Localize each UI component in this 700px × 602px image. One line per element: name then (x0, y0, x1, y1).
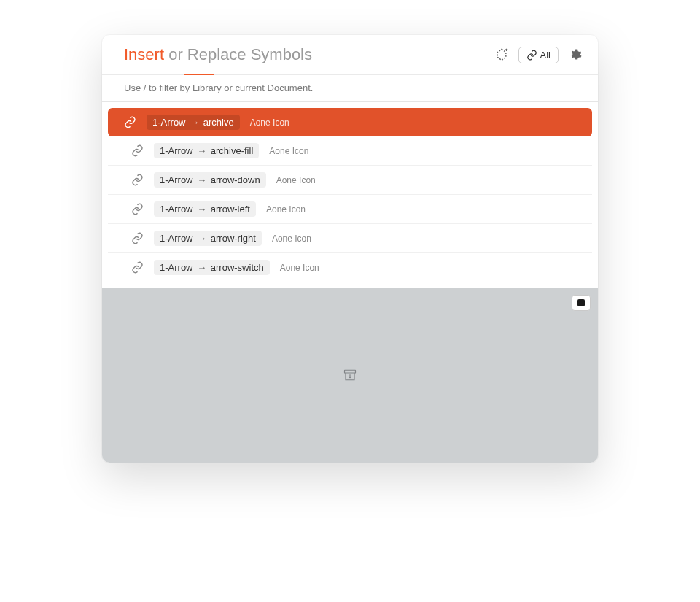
link-icon (131, 232, 144, 244)
symbol-name: 1-Arrow → arrow-switch (154, 260, 270, 275)
symbol-name: 1-Arrow → arrow-down (154, 172, 266, 188)
link-icon (131, 144, 144, 157)
square-icon (578, 299, 585, 306)
library-name: Aone Icon (276, 175, 316, 185)
preview-area (102, 288, 598, 463)
symbol-name: 1-Arrow → archive-fill (154, 143, 259, 158)
list-item[interactable]: 1-Arrow → archiveAone Icon (108, 108, 592, 136)
page-title: Insert or Replace Symbols (124, 45, 312, 64)
create-symbol-icon (494, 47, 509, 62)
header: Insert or Replace Symbols All (102, 35, 598, 75)
filter-hint: Use / to filter by Library or current Do… (102, 75, 598, 102)
filter-label: All (540, 50, 551, 61)
symbol-name: 1-Arrow → archive (147, 115, 240, 130)
library-name: Aone Icon (266, 204, 306, 215)
link-icon (131, 261, 144, 274)
library-name: Aone Icon (250, 117, 289, 128)
library-name: Aone Icon (272, 234, 311, 244)
library-name: Aone Icon (280, 263, 319, 273)
list-item[interactable]: 1-Arrow → archive-fillAone Icon (108, 136, 592, 166)
symbol-name: 1-Arrow → arrow-left (154, 201, 256, 217)
title-accent: Insert (124, 45, 164, 63)
accent-underline (184, 74, 214, 75)
list-item[interactable]: 1-Arrow → arrow-switchAone Icon (108, 253, 592, 282)
svg-rect-2 (345, 370, 356, 373)
link-icon (124, 116, 136, 128)
settings-button[interactable] (566, 45, 585, 64)
symbol-name: 1-Arrow → arrow-right (154, 231, 262, 246)
title-rest: or Replace Symbols (164, 45, 312, 63)
list-item[interactable]: 1-Arrow → arrow-leftAone Icon (108, 195, 592, 224)
gear-icon (569, 48, 582, 61)
symbol-picker-window: Insert or Replace Symbols All (102, 35, 598, 463)
link-icon (526, 50, 537, 61)
link-icon (131, 203, 144, 215)
archive-icon (343, 368, 357, 382)
create-symbol-button[interactable] (492, 45, 511, 64)
header-actions: All (492, 45, 585, 64)
filter-all-button[interactable]: All (518, 47, 559, 63)
link-icon (131, 174, 144, 186)
library-name: Aone Icon (269, 146, 308, 156)
list-item[interactable]: 1-Arrow → arrow-rightAone Icon (108, 224, 592, 253)
preview-mode-button[interactable] (572, 295, 591, 311)
list-item[interactable]: 1-Arrow → arrow-downAone Icon (108, 166, 592, 195)
symbol-list: 1-Arrow → archiveAone Icon1-Arrow → arch… (102, 102, 598, 288)
